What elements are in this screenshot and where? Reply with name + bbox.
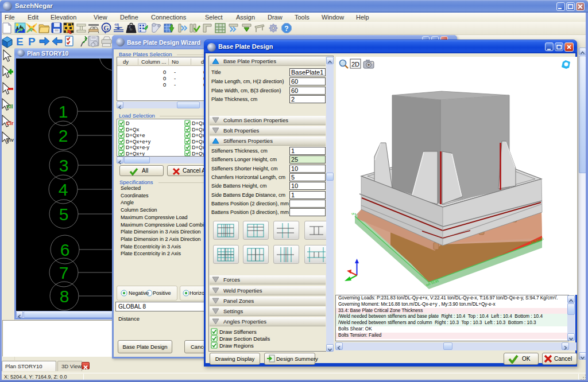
svg-text:G: G xyxy=(103,24,109,32)
svg-text:Draw Stiffeners: Draw Stiffeners xyxy=(219,329,257,335)
svg-text:5: 5 xyxy=(59,205,69,224)
svg-text:P: P xyxy=(28,36,36,48)
svg-text:3: 3 xyxy=(59,156,69,175)
svg-text:2D: 2D xyxy=(351,61,359,68)
svg-text:Inv: Inv xyxy=(6,137,14,143)
svg-text:D+Qx+y: D+Qx+y xyxy=(126,151,145,157)
svg-text:Clr: Clr xyxy=(6,120,14,126)
svg-text:D+Qx+e+y: D+Qx+e+y xyxy=(126,139,151,145)
svg-text:E: E xyxy=(16,36,24,48)
svg-text:2: 2 xyxy=(59,126,68,145)
svg-text:4: 4 xyxy=(59,180,68,199)
svg-text:All: All xyxy=(6,104,13,110)
svg-text:D+Qx+e-y: D+Qx+e-y xyxy=(126,145,150,150)
svg-text:8: 8 xyxy=(60,287,69,306)
svg-text:Draw Regions: Draw Regions xyxy=(219,342,254,349)
svg-text:1: 1 xyxy=(59,102,68,121)
svg-text:7: 7 xyxy=(59,263,69,282)
svg-text:48: 48 xyxy=(114,23,118,26)
svg-text:lb: lb xyxy=(130,28,133,31)
svg-text:D: D xyxy=(126,120,130,126)
svg-text:Draw Section Details: Draw Section Details xyxy=(219,336,270,342)
svg-text:D+Qx+e: D+Qx+e xyxy=(126,132,145,138)
svg-text:?: ? xyxy=(284,25,288,33)
svg-text:D+Qx: D+Qx xyxy=(126,127,140,132)
svg-text:6: 6 xyxy=(60,240,70,259)
